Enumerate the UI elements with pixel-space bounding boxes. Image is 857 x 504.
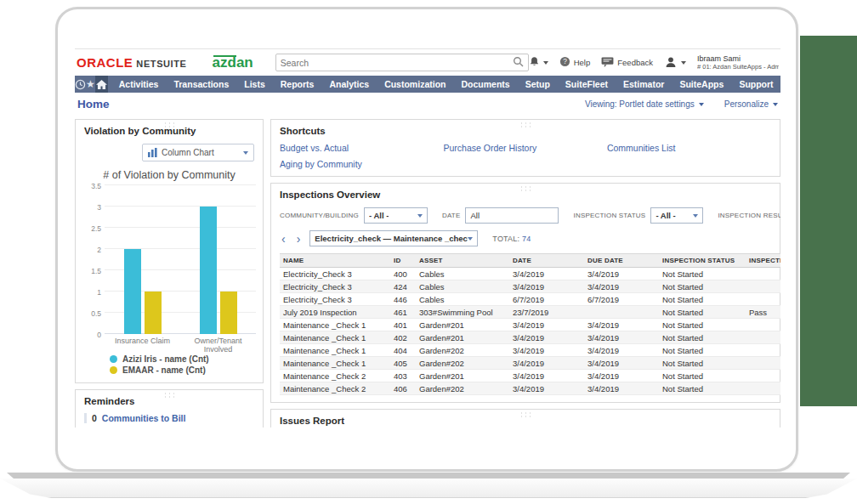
recent-records-button[interactable] bbox=[75, 76, 86, 93]
nav-item-analytics[interactable]: Analytics bbox=[321, 76, 377, 93]
nav-item-support[interactable]: Support bbox=[731, 76, 780, 93]
nav-item-suiteapps[interactable]: SuiteApps bbox=[672, 76, 731, 93]
chart-type-select[interactable]: Column Chart bbox=[142, 144, 254, 161]
column-header[interactable]: ID bbox=[390, 254, 416, 268]
record-link[interactable]: 404 bbox=[390, 344, 416, 357]
column-header[interactable]: ASSET bbox=[416, 254, 509, 268]
date-filter-input[interactable] bbox=[465, 207, 559, 224]
filter-label: DATE bbox=[442, 212, 461, 219]
record-link[interactable]: Electricity_Check 3 bbox=[280, 268, 390, 280]
y-tick-label: 3 bbox=[84, 203, 101, 212]
record-link[interactable]: 405 bbox=[390, 357, 416, 370]
record-link[interactable]: Maintenance _Check 1 bbox=[280, 357, 390, 370]
table-cell bbox=[746, 382, 780, 395]
portlet-drag-handle[interactable] bbox=[519, 122, 531, 128]
inspection-type-select[interactable]: Electricity_check — Maintenance _check bbox=[309, 230, 478, 246]
portlet-drag-handle[interactable] bbox=[163, 392, 175, 399]
legend-item: EMAAR - name (Cnt) bbox=[110, 365, 254, 376]
oracle-netsuite-logo: ORACLE NETSUITE bbox=[77, 55, 187, 70]
chevron-down-icon bbox=[699, 103, 704, 106]
column-header[interactable]: DUE DATE bbox=[584, 254, 659, 268]
table-row: Electricity_Check 3424Cables3/4/20193/4/… bbox=[280, 280, 780, 293]
nav-item-lists[interactable]: Lists bbox=[236, 76, 273, 93]
nav-items: ActivitiesTransactionsListsReportsAnalyt… bbox=[111, 76, 780, 93]
table-cell: Not Started bbox=[659, 306, 746, 319]
record-link[interactable]: Electricity_Check 3 bbox=[280, 293, 390, 306]
record-link[interactable]: 400 bbox=[390, 268, 416, 280]
nav-item-activities[interactable]: Activities bbox=[111, 76, 167, 93]
shortcut-link[interactable]: Budget vs. Actual bbox=[280, 143, 443, 153]
search-icon[interactable] bbox=[513, 56, 524, 69]
nav-item-reports[interactable]: Reports bbox=[273, 76, 322, 93]
record-link[interactable]: Maintenance _Check 1 bbox=[280, 344, 390, 357]
chart-bar[interactable] bbox=[145, 292, 162, 334]
nav-item-transactions[interactable]: Transactions bbox=[166, 76, 236, 93]
violation-portlet: Violation by Community Column Chart # of… bbox=[75, 119, 264, 383]
table-cell: 3/4/2019 bbox=[509, 357, 584, 370]
table-row: Electricity_Check 3400Cables3/4/20193/4/… bbox=[280, 268, 780, 280]
shortcut-link[interactable]: Aging by Community bbox=[280, 159, 443, 169]
filter-select[interactable]: - All - bbox=[364, 207, 428, 224]
table-cell: Not Started bbox=[659, 344, 746, 357]
shortcuts-columns: Budget vs. ActualAging by CommunityPurch… bbox=[280, 143, 771, 169]
personalize-menu[interactable]: Personalize bbox=[724, 99, 778, 109]
column-header[interactable]: INSPECTION RESULT bbox=[746, 254, 780, 268]
shortcut-link[interactable]: Communities List bbox=[607, 143, 770, 153]
filter-select[interactable]: - All - bbox=[650, 207, 703, 224]
feedback-label: Feedback bbox=[617, 58, 653, 67]
nav-item-documents[interactable]: Documents bbox=[453, 76, 517, 93]
user-menu[interactable] bbox=[664, 56, 686, 70]
shortcut-link[interactable]: Purchase Order History bbox=[443, 143, 606, 153]
nav-item-estimator[interactable]: Estimator bbox=[616, 76, 672, 93]
record-link[interactable]: 403 bbox=[390, 370, 416, 382]
chart-bar[interactable] bbox=[124, 249, 141, 334]
table-row: July 2019 Inspection461303#Swimming Pool… bbox=[280, 306, 780, 319]
help-button[interactable]: ? Help bbox=[559, 56, 591, 69]
record-link[interactable]: 406 bbox=[390, 382, 416, 395]
portlet-drag-handle[interactable] bbox=[519, 411, 531, 418]
table-cell: 3/4/2019 bbox=[584, 382, 659, 395]
record-link[interactable]: Maintenance _Check 2 bbox=[280, 370, 390, 382]
notifications-menu[interactable] bbox=[529, 56, 548, 69]
record-link[interactable]: 401 bbox=[390, 319, 416, 331]
record-link[interactable]: Maintenance _Check 1 bbox=[280, 319, 390, 331]
chart-bar[interactable] bbox=[220, 292, 237, 334]
chevron-down-icon bbox=[417, 214, 423, 218]
record-link[interactable]: 461 bbox=[390, 306, 416, 319]
reminder-item: 0 Communities to Bill bbox=[84, 413, 254, 423]
nav-item-suitefleet[interactable]: SuiteFleet bbox=[558, 76, 616, 93]
viewing-settings-menu[interactable]: Viewing: Portlet date settings bbox=[585, 99, 704, 109]
table-cell: 3/4/2019 bbox=[509, 344, 584, 357]
chart-bar[interactable] bbox=[200, 207, 217, 334]
shortcuts-button[interactable]: ★ bbox=[86, 76, 95, 93]
reminder-link[interactable]: Communities to Bill bbox=[102, 413, 186, 423]
global-search[interactable] bbox=[275, 54, 529, 71]
table-cell: 3/4/2019 bbox=[509, 280, 584, 293]
feedback-button[interactable]: Feedback bbox=[601, 57, 653, 69]
record-link[interactable]: 402 bbox=[390, 331, 416, 344]
record-link[interactable]: Electricity_Check 3 bbox=[280, 280, 390, 293]
table-cell: 3/4/2019 bbox=[509, 268, 584, 280]
column-header[interactable]: DATE bbox=[509, 254, 584, 268]
pager-next-button[interactable]: › bbox=[295, 233, 303, 245]
record-link[interactable]: 446 bbox=[390, 293, 416, 306]
search-input[interactable] bbox=[281, 58, 513, 68]
portlet-drag-handle[interactable] bbox=[519, 185, 531, 192]
pager-prev-button[interactable]: ‹ bbox=[280, 233, 287, 245]
nav-item-setup[interactable]: Setup bbox=[518, 76, 558, 93]
table-cell: 3/4/2019 bbox=[584, 344, 659, 357]
column-header[interactable]: INSPECTION STATUS bbox=[659, 254, 746, 268]
column-header[interactable]: NAME bbox=[280, 254, 390, 268]
portlet-drag-handle[interactable] bbox=[163, 122, 175, 128]
table-cell: 303#Swimming Pool bbox=[416, 306, 509, 319]
record-link[interactable]: July 2019 Inspection bbox=[280, 306, 390, 319]
table-cell: 23/7/2019 bbox=[509, 306, 584, 319]
record-link[interactable]: Maintenance _Check 1 bbox=[280, 331, 390, 344]
header-actions: ? Help Feedback bbox=[529, 54, 779, 71]
record-link[interactable]: 424 bbox=[390, 280, 416, 293]
legend-dot-icon bbox=[110, 355, 117, 363]
home-tab[interactable] bbox=[95, 76, 108, 93]
record-link[interactable]: Maintenance _Check 2 bbox=[280, 382, 390, 395]
nav-item-customization[interactable]: Customization bbox=[377, 76, 453, 93]
laptop-base bbox=[0, 479, 857, 498]
